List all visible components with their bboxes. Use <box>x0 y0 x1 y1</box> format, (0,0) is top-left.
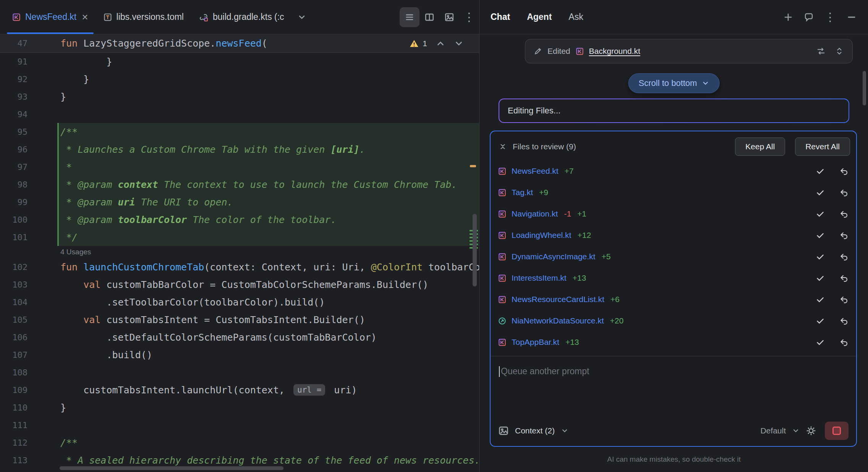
revert-undo-icon[interactable] <box>839 209 849 218</box>
tab-label: NewsFeed.kt <box>25 12 76 22</box>
file-name[interactable]: TopAppBar.kt <box>512 338 559 347</box>
keep-check-icon[interactable] <box>816 209 825 218</box>
code-line: 109 customTabsIntent.launchUrl(context, … <box>0 381 479 399</box>
keep-check-icon[interactable] <box>816 166 825 176</box>
prompt-input[interactable]: Queue another prompt <box>491 356 856 419</box>
revert-undo-icon[interactable] <box>839 338 849 347</box>
structure-view-icon[interactable] <box>400 7 419 27</box>
editor-vertical-scrollbar[interactable] <box>473 214 477 286</box>
file-name[interactable]: NiaNetworkDataSource.kt <box>512 316 604 325</box>
usages-inlay-hint[interactable]: 4 Usages <box>0 246 479 258</box>
gradle-file-icon <box>199 13 208 22</box>
editor-horizontal-scrollbar[interactable] <box>60 466 283 470</box>
prev-problem-chevron-icon[interactable] <box>436 39 445 48</box>
text-caret <box>499 366 500 377</box>
keep-check-icon[interactable] <box>816 188 825 197</box>
kotlin-file-icon <box>498 210 506 218</box>
tab-libs-versions-toml[interactable]: libs.versions.toml <box>96 0 191 34</box>
edited-file-card[interactable]: Edited Background.kt <box>525 39 853 63</box>
file-name[interactable]: Navigation.kt <box>512 209 558 218</box>
revert-undo-icon[interactable] <box>839 166 849 176</box>
file-review-row[interactable]: NewsResourceCardList.kt +6 <box>491 289 856 310</box>
model-selector[interactable]: Default <box>760 426 786 435</box>
keep-all-button[interactable]: Keep All <box>735 137 785 156</box>
file-name[interactable]: DynamicAsyncImage.kt <box>512 252 595 261</box>
tab-ask[interactable]: Ask <box>568 12 583 22</box>
file-removed: -1 <box>564 209 571 218</box>
warning-icon[interactable] <box>410 39 419 48</box>
review-title: Files to review (9) <box>513 142 576 151</box>
file-added: +5 <box>601 252 611 261</box>
scroll-to-bottom-button[interactable]: Scroll to bottom <box>628 73 720 93</box>
code-line: 99 * @param uri The URI to open. <box>0 193 479 211</box>
revert-undo-icon[interactable] <box>839 188 849 197</box>
model-chevron-icon[interactable] <box>792 427 800 435</box>
tab-newsfeed-kt[interactable]: NewsFeed.kt × <box>5 0 96 34</box>
new-chat-plus-icon[interactable] <box>783 12 793 22</box>
code-line: 101 */ <box>0 228 479 246</box>
hide-panel-icon[interactable] <box>847 12 857 22</box>
split-editor-icon[interactable] <box>419 7 439 27</box>
file-name[interactable]: NewsResourceCardList.kt <box>512 295 604 304</box>
context-chip[interactable]: Context (2) <box>515 426 555 435</box>
collapse-icon[interactable] <box>498 142 507 151</box>
revert-undo-icon[interactable] <box>839 295 849 304</box>
stop-icon <box>832 427 841 435</box>
code-line: 94 <box>0 105 479 123</box>
revert-undo-icon[interactable] <box>839 231 849 240</box>
context-chevron-icon[interactable] <box>561 427 568 435</box>
file-review-row[interactable]: NiaNetworkDataSource.kt +20 <box>491 310 856 331</box>
chat-options-kebab-icon[interactable]: ⋮ <box>824 10 836 24</box>
revert-undo-icon[interactable] <box>839 273 849 283</box>
revert-undo-icon[interactable] <box>839 252 849 261</box>
file-name[interactable]: Tag.kt <box>512 188 533 197</box>
settings-gear-icon[interactable] <box>806 425 816 436</box>
datasource-icon <box>498 317 506 325</box>
file-review-row[interactable]: Navigation.kt -1 +1 <box>491 203 856 225</box>
file-review-row[interactable]: InterestsItem.kt +13 <box>491 267 856 289</box>
file-review-row[interactable]: TopAppBar.kt +13 <box>491 331 856 353</box>
keep-check-icon[interactable] <box>816 316 825 325</box>
edited-file-link[interactable]: Background.kt <box>589 47 640 56</box>
file-review-row[interactable]: NewsFeed.kt +7 <box>491 160 856 182</box>
warning-count: 1 <box>423 39 427 48</box>
keep-check-icon[interactable] <box>816 252 825 261</box>
toml-file-icon <box>104 13 112 21</box>
editor-options-kebab-icon[interactable]: ⋮ <box>459 7 479 27</box>
revert-all-button[interactable]: Revert All <box>795 137 850 156</box>
next-problem-chevron-icon[interactable] <box>454 39 464 48</box>
file-name[interactable]: NewsFeed.kt <box>512 166 559 176</box>
file-name[interactable]: LoadingWheel.kt <box>512 231 571 240</box>
chat-scrollbar[interactable] <box>863 71 866 105</box>
image-preview-icon[interactable] <box>439 7 459 27</box>
tab-build-gradle-kts[interactable]: build.gradle.kts (:c <box>191 0 292 34</box>
code-line: 98 * @param context The context to use t… <box>0 176 479 193</box>
stop-button[interactable] <box>825 422 849 440</box>
close-tab-icon[interactable]: × <box>82 12 88 23</box>
kotlin-file-icon <box>12 13 21 21</box>
keep-check-icon[interactable] <box>816 338 825 347</box>
chat-history-icon[interactable] <box>804 12 814 22</box>
chevron-down-icon <box>701 79 709 87</box>
attach-image-icon[interactable] <box>498 425 509 436</box>
keep-check-icon[interactable] <box>816 273 825 283</box>
keep-check-icon[interactable] <box>816 231 825 240</box>
tab-list-chevron-icon[interactable] <box>292 7 312 27</box>
sticky-context-line[interactable]: 47 fun LazyStaggeredGridScope.newsFeed( … <box>0 34 479 53</box>
ide-window: NewsFeed.kt × libs.versions.toml build.g… <box>0 0 868 472</box>
kotlin-file-icon <box>498 296 506 304</box>
revert-undo-icon[interactable] <box>839 316 849 325</box>
file-review-row[interactable]: LoadingWheel.kt +12 <box>491 225 856 246</box>
ai-chat-panel: Chat Agent Ask ⋮ <box>480 0 868 472</box>
file-review-row[interactable]: Tag.kt +9 <box>491 182 856 203</box>
keep-check-icon[interactable] <box>816 295 825 304</box>
open-diff-icon[interactable] <box>816 47 826 56</box>
file-review-row[interactable]: DynamicAsyncImage.kt +5 <box>491 246 856 267</box>
expand-collapse-icon[interactable] <box>835 47 844 56</box>
status-editing-files[interactable]: Editing Files... <box>499 99 849 123</box>
review-header: Files to review (9) Keep All Revert All <box>491 131 856 160</box>
tab-agent[interactable]: Agent <box>527 12 552 22</box>
tab-chat[interactable]: Chat <box>491 12 510 22</box>
code-line: 112/** <box>0 434 479 451</box>
file-name[interactable]: InterestsItem.kt <box>512 273 567 283</box>
